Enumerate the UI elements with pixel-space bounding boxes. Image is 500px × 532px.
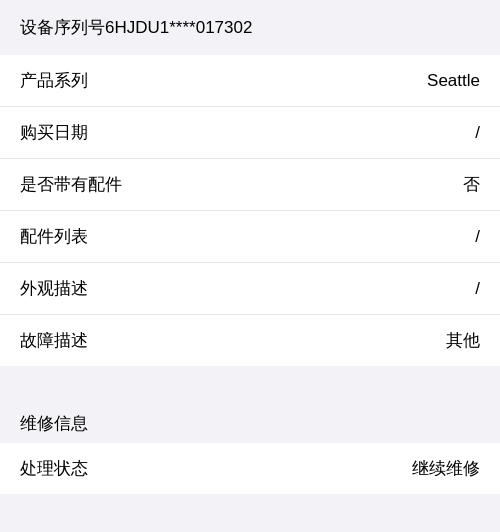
table-row: 外观描述 / xyxy=(0,263,500,315)
section-divider xyxy=(0,366,500,402)
device-serial: 设备序列号6HJDU1****017302 xyxy=(0,0,500,55)
table-row: 处理状态 继续维修 xyxy=(0,443,500,494)
accessories-value: 否 xyxy=(463,173,480,196)
table-row: 配件列表 / xyxy=(0,211,500,263)
table-row: 购买日期 / xyxy=(0,107,500,159)
purchase-date-label: 购买日期 xyxy=(20,121,88,144)
process-status-label: 处理状态 xyxy=(20,457,88,480)
appearance-label: 外观描述 xyxy=(20,277,88,300)
repair-info-section: 处理状态 继续维修 xyxy=(0,443,500,494)
repair-section-title: 维修信息 xyxy=(0,402,500,443)
table-row: 是否带有配件 否 xyxy=(0,159,500,211)
fault-value: 其他 xyxy=(446,329,480,352)
accessories-list-label: 配件列表 xyxy=(20,225,88,248)
accessories-label: 是否带有配件 xyxy=(20,173,122,196)
process-status-value: 继续维修 xyxy=(412,457,480,480)
product-series-value: Seattle xyxy=(427,71,480,91)
table-row: 产品系列 Seattle xyxy=(0,55,500,107)
accessories-list-value: / xyxy=(475,227,480,247)
main-info-section: 产品系列 Seattle 购买日期 / 是否带有配件 否 配件列表 / 外观描述… xyxy=(0,55,500,366)
table-row: 故障描述 其他 xyxy=(0,315,500,366)
product-series-label: 产品系列 xyxy=(20,69,88,92)
fault-label: 故障描述 xyxy=(20,329,88,352)
appearance-value: / xyxy=(475,279,480,299)
purchase-date-value: / xyxy=(475,123,480,143)
